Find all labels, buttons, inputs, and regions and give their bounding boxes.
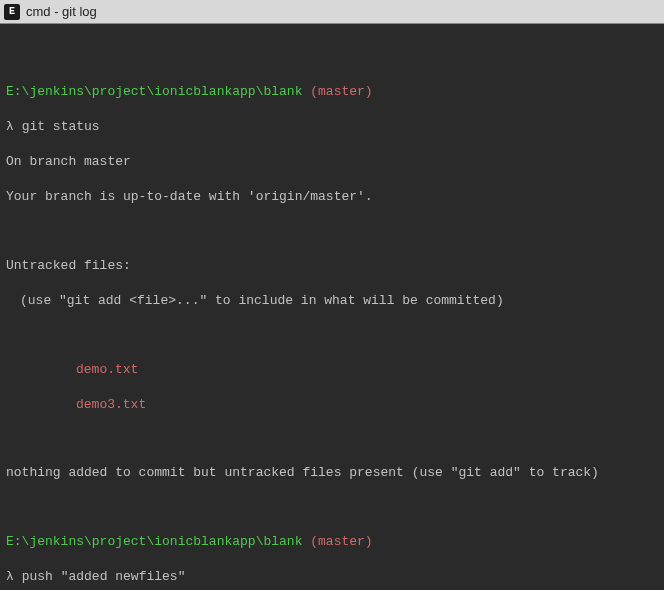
command-input: git status bbox=[22, 119, 100, 134]
terminal-output[interactable]: E:\jenkins\project\ionicblankapp\blank (… bbox=[0, 24, 664, 590]
app-icon: E bbox=[4, 4, 20, 20]
prompt-path: E:\jenkins\project\ionicblankapp\blank bbox=[6, 534, 302, 549]
output-line: (use "git add <file>..." to include in w… bbox=[6, 292, 658, 310]
prompt-symbol: λ bbox=[6, 569, 14, 584]
window-title: cmd - git log bbox=[26, 4, 97, 19]
untracked-file: demo.txt bbox=[6, 361, 658, 379]
output-line: Your branch is up-to-date with 'origin/m… bbox=[6, 188, 658, 206]
prompt-branch: (master) bbox=[310, 84, 372, 99]
output-line: Untracked files: bbox=[6, 257, 658, 275]
prompt-symbol: λ bbox=[6, 119, 14, 134]
command-input: push "added newfiles" bbox=[22, 569, 186, 584]
prompt-path: E:\jenkins\project\ionicblankapp\blank bbox=[6, 84, 302, 99]
untracked-file: demo3.txt bbox=[6, 396, 658, 414]
output-line: On branch master bbox=[6, 153, 658, 171]
prompt-branch: (master) bbox=[310, 534, 372, 549]
window-titlebar: E cmd - git log bbox=[0, 0, 664, 24]
output-line: nothing added to commit but untracked fi… bbox=[6, 464, 658, 482]
